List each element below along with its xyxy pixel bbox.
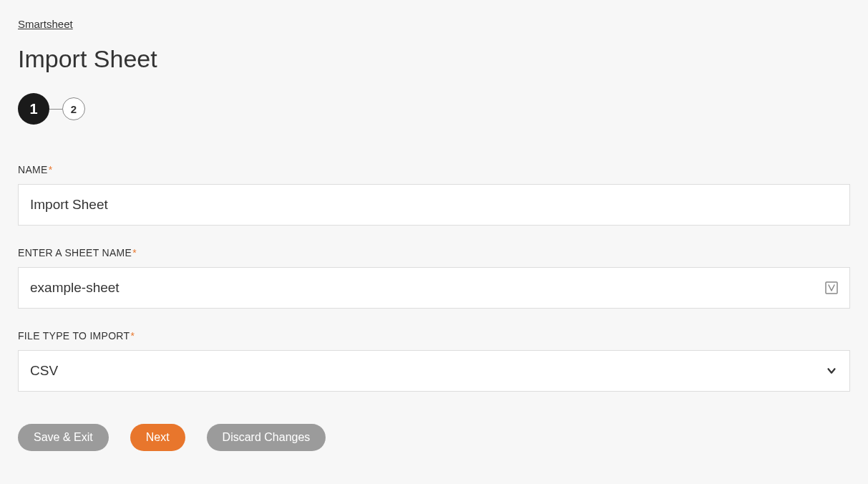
step-2[interactable]: 2 <box>62 97 85 120</box>
save-exit-button[interactable]: Save & Exit <box>18 424 109 451</box>
chevron-down-icon <box>825 364 838 377</box>
name-input[interactable] <box>18 184 850 226</box>
page-title: Import Sheet <box>18 45 850 73</box>
discard-changes-button[interactable]: Discard Changes <box>207 424 326 451</box>
file-type-label-text: FILE TYPE TO IMPORT <box>18 330 130 342</box>
required-indicator: * <box>130 330 135 342</box>
sheet-name-input[interactable] <box>18 267 850 309</box>
step-1: 1 <box>18 93 49 125</box>
sheet-name-label: ENTER A SHEET NAME* <box>18 247 850 258</box>
required-indicator: * <box>132 247 137 258</box>
step-connector <box>49 109 62 110</box>
form-group-sheet-name: ENTER A SHEET NAME* <box>18 247 850 309</box>
file-type-selected-value: CSV <box>30 363 58 379</box>
sheet-name-label-text: ENTER A SHEET NAME <box>18 247 132 258</box>
name-label: NAME* <box>18 164 850 175</box>
stepper: 1 2 <box>18 93 850 125</box>
button-row: Save & Exit Next Discard Changes <box>18 424 850 451</box>
variable-icon[interactable] <box>824 281 839 295</box>
next-button[interactable]: Next <box>130 424 185 451</box>
sheet-name-input-wrapper <box>18 267 850 309</box>
file-type-label: FILE TYPE TO IMPORT* <box>18 330 850 342</box>
breadcrumb: Smartsheet <box>18 18 850 31</box>
form-group-name: NAME* <box>18 164 850 226</box>
name-label-text: NAME <box>18 164 48 175</box>
required-indicator: * <box>49 164 53 175</box>
breadcrumb-link-smartsheet[interactable]: Smartsheet <box>18 18 73 30</box>
form-group-file-type: FILE TYPE TO IMPORT* CSV <box>18 330 850 392</box>
file-type-select[interactable]: CSV <box>18 350 850 392</box>
svg-rect-0 <box>826 282 837 294</box>
